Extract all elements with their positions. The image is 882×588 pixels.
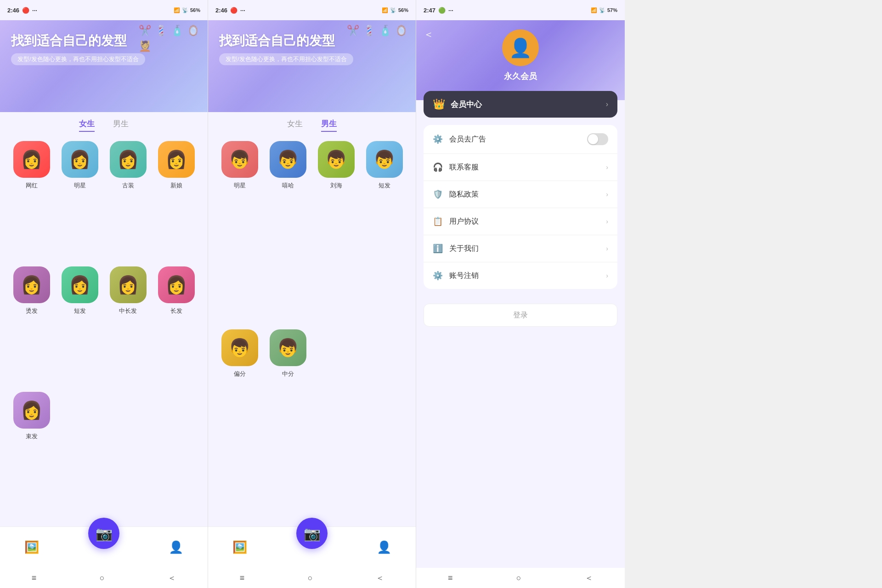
hair-label-m-偏分: 偏分: [234, 370, 246, 378]
more-right: ···: [448, 7, 453, 14]
hair-icon-束发: 👩: [13, 392, 50, 429]
status-left-right: 2:47 🟢 ···: [424, 7, 453, 14]
banner-subtitle-2: 发型/发色随心更换，再也不用担心发型不适合: [219, 53, 353, 65]
banner-text-1: 找到适合自己的发型 发型/发色随心更换，再也不用担心发型不适合: [11, 33, 145, 65]
menu-item-联系客服[interactable]: 🎧 联系客服 ›: [424, 154, 617, 181]
tab-female-1[interactable]: 女生: [79, 119, 95, 132]
sys-menu-2[interactable]: ≡: [240, 573, 245, 583]
hair-icon-古装: 👩: [110, 141, 147, 178]
hair-icon-m-刘海: 👦: [318, 141, 355, 178]
sys-home-2[interactable]: ○: [308, 573, 313, 583]
camera-button-1[interactable]: 📷: [88, 518, 119, 549]
login-button[interactable]: 登录: [424, 304, 617, 327]
sys-back-1[interactable]: ＜: [168, 572, 176, 583]
right-panel: 2:47 🟢 ··· 📶 📡 57% ＜ 👤 永久会员 👑 会员中心 › ⚙️: [416, 0, 625, 588]
menu-item-用户协议[interactable]: 📋 用户协议 ›: [424, 208, 617, 235]
deco2-comb: 💈: [363, 25, 375, 37]
phone-panel-1: 2:46 🔴 ··· 📶 📡 56% 找到适合自己的发型 发型/发色随心更换，再…: [0, 0, 208, 588]
hair-label-m-中分: 中分: [282, 370, 294, 378]
menu-list: ⚙️ 会员去广告 🎧 联系客服 › 🛡️ 隐私政策 ›: [424, 125, 617, 289]
signal-right: 📶: [591, 7, 597, 13]
gallery-icon-1[interactable]: 🖼️: [24, 540, 39, 554]
menu-item-关于我们[interactable]: ℹ️ 关于我们 ›: [424, 235, 617, 262]
hair-label-古装: 古装: [122, 181, 134, 190]
tab-male-1[interactable]: 男生: [113, 119, 129, 132]
sys-back-2[interactable]: ＜: [376, 572, 384, 583]
sys-menu-1[interactable]: ≡: [32, 573, 37, 583]
hair-icon-m-明星: 👦: [221, 141, 258, 178]
banner-1: 找到适合自己的发型 发型/发色随心更换，再也不用担心发型不适合 ✂️ 💈 🧴 🪞…: [0, 20, 208, 112]
profile-name: 永久会员: [504, 71, 537, 82]
hair-item-烫发[interactable]: 👩 烫发: [9, 266, 54, 384]
hair-icon-m-短发: 👦: [366, 141, 403, 178]
hair-item-网红[interactable]: 👩 网红: [9, 141, 54, 259]
settings-icon-2: ⚙️: [433, 271, 443, 281]
profile-icon-2[interactable]: 👤: [377, 540, 391, 554]
toggle-去广告[interactable]: [587, 133, 608, 145]
member-card[interactable]: 👑 会员中心 ›: [424, 91, 617, 118]
banner-deco-2: ✂️ 💈 🧴 🪞: [347, 25, 411, 37]
hair-item-明星-1[interactable]: 👩 明星: [57, 141, 102, 259]
wifi-icon-2: 📡: [390, 7, 396, 13]
tab-row-1: 女生 男生: [0, 112, 208, 136]
member-title: 会员中心: [451, 99, 482, 110]
hair-item-短发[interactable]: 👩 短发: [57, 266, 102, 384]
hair-icon-烫发: 👩: [13, 266, 50, 303]
hair-icon-短发: 👩: [62, 266, 98, 303]
hair-icon-m-中分: 👦: [270, 329, 306, 366]
gallery-icon-2[interactable]: 🖼️: [232, 540, 247, 554]
banner-title-2: 找到适合自己的发型: [219, 33, 353, 49]
back-button[interactable]: ＜: [424, 28, 434, 41]
hair-item-古装[interactable]: 👩 古装: [106, 141, 150, 259]
status-right-2: 📶 📡 56%: [382, 7, 408, 13]
hair-icon-m-嘻哈: 👦: [270, 141, 306, 178]
battery-label-1: 56%: [190, 7, 200, 13]
hair-icon-中长发: 👩: [110, 266, 147, 303]
battery-2: 56%: [398, 7, 408, 13]
profile-icon-1[interactable]: 👤: [169, 540, 183, 554]
menu-item-隐私政策[interactable]: 🛡️ 隐私政策 ›: [424, 181, 617, 208]
chevron-隐私政策: ›: [606, 191, 608, 198]
chevron-关于我们: ›: [606, 245, 608, 252]
banner-2: 找到适合自己的发型 发型/发色随心更换，再也不用担心发型不适合 ✂️ 💈 🧴 🪞: [208, 20, 416, 112]
hair-item-新娘[interactable]: 👩 新娘: [154, 141, 198, 259]
hair-item-中长发[interactable]: 👩 中长发: [106, 266, 150, 384]
hair-item-长发[interactable]: 👩 长发: [154, 266, 198, 384]
sys-back-right[interactable]: ＜: [585, 572, 593, 583]
system-nav-2: ≡ ○ ＜: [208, 568, 416, 588]
tab-female-2[interactable]: 女生: [287, 119, 303, 132]
chevron-用户协议: ›: [606, 218, 608, 225]
sys-home-right[interactable]: ○: [516, 573, 521, 583]
deco-spray: 🧴: [171, 25, 183, 37]
hair-item-束发[interactable]: 👩 束发: [9, 392, 54, 510]
banner-subtitle-1: 发型/发色随心更换，再也不用担心发型不适合: [11, 53, 145, 65]
more-2: ···: [240, 7, 245, 14]
member-left: 👑 会员中心: [433, 98, 482, 110]
sys-menu-right[interactable]: ≡: [448, 573, 453, 583]
notif-icon-1: 🔴: [22, 7, 29, 14]
menu-label-关于我们: 关于我们: [449, 244, 479, 254]
hair-label-m-嘻哈: 嘻哈: [282, 181, 294, 190]
wifi-right: 📡: [599, 7, 605, 13]
hair-label-m-短发: 短发: [379, 181, 390, 190]
deco-mirror: 🪞: [187, 25, 199, 37]
hair-item-m-偏分[interactable]: 👦 偏分: [217, 329, 262, 510]
member-chevron: ›: [606, 100, 608, 108]
camera-icon-2: 📷: [304, 526, 321, 542]
camera-button-2[interactable]: 📷: [296, 518, 328, 549]
banner-text-2: 找到适合自己的发型 发型/发色随心更换，再也不用担心发型不适合: [219, 33, 353, 65]
hair-item-m-短发[interactable]: 👦 短发: [362, 141, 407, 322]
menu-item-left-联系客服: 🎧 联系客服: [433, 162, 479, 172]
menu-item-left-用户协议: 📋 用户协议: [433, 216, 479, 226]
menu-item-账号注销[interactable]: ⚙️ 账号注销 ›: [424, 262, 617, 289]
wifi-icon-1: 📡: [182, 7, 188, 13]
sys-home-1[interactable]: ○: [100, 573, 105, 583]
hair-item-m-明星[interactable]: 👦 明星: [217, 141, 262, 322]
hair-item-m-刘海[interactable]: 👦 刘海: [314, 141, 358, 322]
tab-male-2[interactable]: 男生: [321, 119, 337, 132]
hair-item-m-嘻哈[interactable]: 👦 嘻哈: [266, 141, 310, 322]
menu-item-去广告[interactable]: ⚙️ 会员去广告: [424, 125, 617, 154]
avatar: 👤: [502, 29, 539, 66]
deco-comb: 💈: [155, 25, 167, 37]
hair-item-m-中分[interactable]: 👦 中分: [266, 329, 310, 510]
